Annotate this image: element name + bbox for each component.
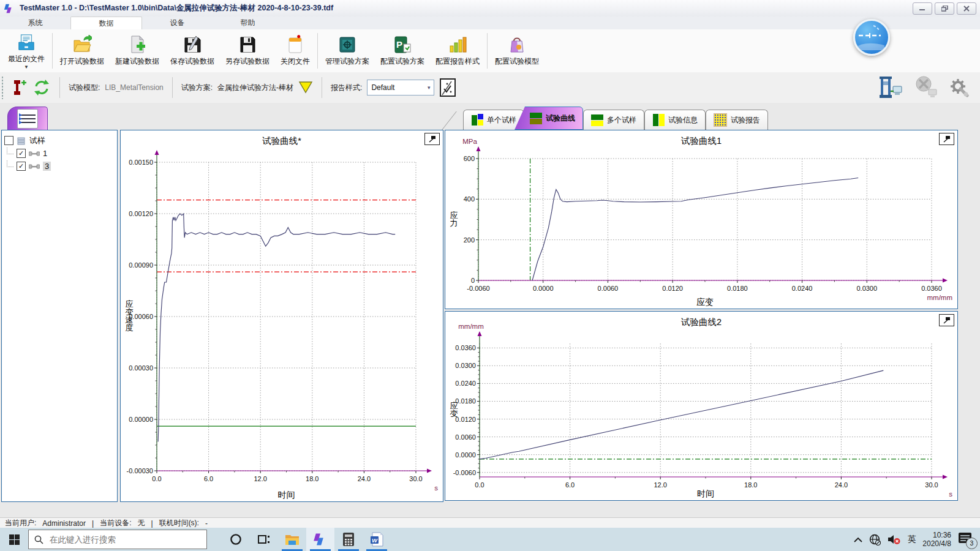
filter-funnel-icon[interactable] bbox=[298, 81, 313, 94]
specimen-tree: 试样 ✓ 1 ✓ bbox=[2, 130, 117, 176]
svg-text:力: 力 bbox=[450, 219, 458, 228]
windows-taskbar: W 英 10:36 2020/4/8 3 bbox=[0, 528, 980, 551]
tab-test-info[interactable]: 试验信息 bbox=[644, 110, 706, 130]
notification-center-button[interactable]: 3 bbox=[958, 532, 974, 547]
tree-connector bbox=[7, 160, 13, 167]
network-globe-icon[interactable] bbox=[869, 534, 881, 545]
title-bar: TestMaster 1.0 - D:\TestMaster 1.0\bin\D… bbox=[0, 0, 980, 17]
menu-data[interactable]: 数据 bbox=[70, 17, 142, 29]
new-document-icon bbox=[127, 35, 147, 54]
chart-flag-button[interactable] bbox=[939, 314, 954, 326]
input-language-indicator[interactable]: 英 bbox=[908, 534, 916, 545]
svg-text:mm/mm: mm/mm bbox=[927, 294, 952, 301]
volume-muted-icon[interactable] bbox=[888, 534, 901, 545]
svg-text:-0.0060: -0.0060 bbox=[453, 469, 476, 476]
taskbar-search[interactable] bbox=[28, 530, 207, 549]
multi-specimen-tab-icon bbox=[591, 114, 603, 126]
svg-text:0.0000: 0.0000 bbox=[455, 451, 476, 459]
tab-single-specimen[interactable]: 单个试样 bbox=[463, 110, 524, 130]
model-value: LIB_MetalTension bbox=[105, 83, 163, 92]
window-title: TestMaster 1.0 - D:\TestMaster 1.0\bin\D… bbox=[20, 3, 333, 13]
report-style-select[interactable]: Default▾ bbox=[367, 80, 434, 96]
tray-chevron-icon[interactable] bbox=[854, 537, 862, 542]
item-1-checkbox[interactable]: ✓ bbox=[17, 149, 26, 158]
tray-time: 10:36 bbox=[922, 531, 951, 539]
main-toolbar: 最近的文件 ▼ 打开试验数据 新建试验数据 保存试验数据 bbox=[0, 29, 980, 73]
floating-assistant-ball[interactable] bbox=[853, 19, 890, 56]
calculator-button[interactable] bbox=[334, 528, 363, 551]
toolbar-separator bbox=[317, 33, 318, 69]
recent-files-icon bbox=[17, 34, 36, 52]
add-specimen-icon[interactable] bbox=[12, 78, 28, 97]
restore-button[interactable] bbox=[935, 2, 954, 15]
svg-text:0.0360: 0.0360 bbox=[921, 285, 942, 292]
task-view-button[interactable] bbox=[250, 528, 278, 551]
svg-text:200: 200 bbox=[464, 236, 475, 244]
open-test-data-button[interactable]: 打开试验数据 bbox=[55, 29, 110, 72]
machine-connect-icon[interactable] bbox=[878, 77, 903, 99]
svg-text:0.00120: 0.00120 bbox=[129, 210, 153, 217]
testmaster-app-button[interactable] bbox=[306, 528, 334, 551]
close-file-icon bbox=[285, 35, 305, 54]
menu-system[interactable]: 系统 bbox=[0, 17, 70, 29]
clock[interactable]: 10:36 2020/4/8 bbox=[922, 531, 951, 548]
file-explorer-button[interactable] bbox=[278, 528, 306, 551]
start-button[interactable] bbox=[0, 528, 28, 551]
svg-text:0.0360: 0.0360 bbox=[455, 344, 476, 351]
save-as-test-data-button[interactable]: 另存试验数据 bbox=[220, 29, 275, 72]
search-input[interactable] bbox=[48, 534, 179, 545]
new-test-data-button[interactable]: 新建试验数据 bbox=[110, 29, 165, 72]
config-scheme-button[interactable]: P 配置试验方案 bbox=[375, 29, 430, 72]
save-test-data-button[interactable]: 保存试验数据 bbox=[165, 29, 220, 72]
tree-root-row[interactable]: 试样 bbox=[4, 134, 115, 147]
testmaster-window: TestMaster 1.0 - D:\TestMaster 1.0\bin\D… bbox=[0, 0, 980, 551]
toolbar-separator bbox=[322, 77, 322, 98]
chart-flag-button[interactable] bbox=[424, 133, 440, 145]
root-checkbox[interactable] bbox=[4, 136, 13, 145]
cortana-button[interactable] bbox=[222, 528, 250, 551]
svg-text:0.0: 0.0 bbox=[152, 475, 161, 482]
disconnect-disabled-icon[interactable] bbox=[913, 76, 940, 99]
item-3-checkbox[interactable]: ✓ bbox=[17, 162, 26, 171]
tab-test-report[interactable]: 试验报告 bbox=[706, 110, 768, 130]
current-device-value: 无 bbox=[138, 518, 145, 528]
menu-device[interactable]: 设备 bbox=[142, 17, 213, 29]
recent-files-button[interactable]: 最近的文件 ▼ bbox=[2, 29, 50, 72]
svg-text:时间: 时间 bbox=[697, 489, 714, 498]
toolbar-grip[interactable] bbox=[1, 76, 4, 99]
svg-text:0: 0 bbox=[471, 277, 475, 284]
svg-text:0.0240: 0.0240 bbox=[792, 285, 813, 292]
report-check-icon[interactable] bbox=[439, 78, 456, 97]
test-report-tab-icon bbox=[714, 113, 727, 127]
menu-help[interactable]: 帮助 bbox=[213, 17, 283, 29]
close-file-button[interactable]: 关闭文件 bbox=[275, 29, 315, 72]
tree-item-1[interactable]: ✓ 1 bbox=[4, 147, 115, 160]
minimize-button[interactable] bbox=[913, 2, 932, 15]
recent-files-dropdown-arrow[interactable]: ▼ bbox=[24, 66, 29, 69]
config-scheme-icon: P bbox=[393, 35, 412, 54]
word-document-button[interactable]: W bbox=[363, 528, 391, 551]
svg-text:试验曲线2: 试验曲线2 bbox=[680, 317, 722, 327]
svg-text:6.0: 6.0 bbox=[565, 481, 575, 489]
config-report-style-button[interactable]: 配置报告样式 bbox=[430, 29, 485, 72]
svg-text:变: 变 bbox=[450, 409, 458, 418]
refresh-icon[interactable] bbox=[32, 78, 51, 97]
chart-flag-button[interactable] bbox=[939, 133, 954, 145]
tree-item-3[interactable]: ✓ 3 bbox=[4, 160, 115, 173]
test-curve-tab-icon bbox=[530, 112, 542, 124]
svg-text:0.00000: 0.00000 bbox=[129, 416, 153, 423]
settings-gear-icon[interactable] bbox=[949, 78, 969, 97]
close-button[interactable] bbox=[957, 2, 976, 15]
status-separator: | bbox=[151, 519, 153, 528]
specimen-group-icon bbox=[17, 137, 26, 145]
svg-text:度: 度 bbox=[126, 323, 134, 332]
tab-multi-specimen[interactable]: 多个试样 bbox=[583, 110, 644, 130]
strain-rate-chart-panel: 0.06.012.018.024.030.00.001500.001200.00… bbox=[120, 130, 443, 502]
manage-scheme-button[interactable]: 管理试验方案 bbox=[320, 29, 375, 72]
current-device-label: 当前设备: bbox=[100, 518, 131, 528]
tab-test-curve[interactable]: 试验曲线 bbox=[514, 107, 583, 130]
config-model-button[interactable]: 配置试验模型 bbox=[489, 29, 545, 72]
status-bar: 当前用户: Administrator | 当前设备: 无 | 联机时间(s):… bbox=[0, 517, 980, 528]
specimen-list-tab[interactable] bbox=[7, 107, 48, 130]
svg-text:0.0240: 0.0240 bbox=[455, 380, 476, 387]
